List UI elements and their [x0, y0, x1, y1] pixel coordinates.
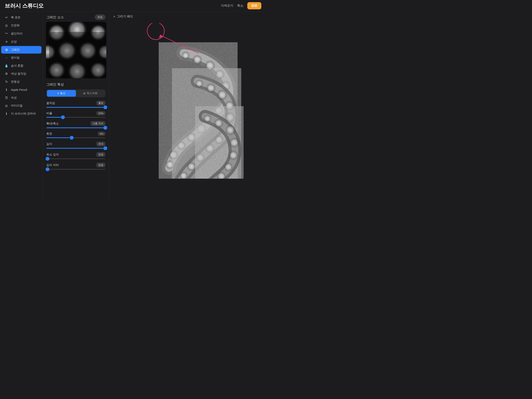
slider-row-5: 최소 깊이 없음	[46, 152, 105, 159]
slider-label-row-0: 움직임 롤링	[46, 101, 105, 105]
sidebar-label-dynamics: 변동성	[11, 80, 20, 84]
slider-thumb-4[interactable]	[103, 146, 107, 150]
app-title: 브러시 스튜디오	[5, 2, 44, 10]
sidebar-item-stroke-path[interactable]: ↩ 획 경로	[1, 14, 41, 21]
sidebar-label-stabilization: 안정화	[11, 24, 20, 27]
slider-thumb-6[interactable]	[45, 167, 50, 171]
drawing-pad-canvas[interactable]	[109, 21, 266, 200]
slider-label-6: 깊이 지터	[46, 163, 59, 167]
sidebar-label-wet-mix: 습식 혼합	[11, 64, 23, 68]
slider-track-5[interactable]	[46, 158, 105, 159]
slider-thumb-1[interactable]	[61, 115, 65, 119]
grain-source-title: 그레인 소스	[46, 15, 64, 19]
slider-track-2[interactable]	[46, 127, 105, 128]
cancel-button[interactable]: 취소	[237, 4, 243, 8]
slider-row-3: 회전 0%	[46, 132, 105, 138]
svg-point-31	[225, 101, 235, 111]
svg-rect-11	[46, 22, 106, 78]
svg-point-37	[187, 162, 196, 171]
slider-track-0[interactable]	[46, 107, 105, 108]
sidebar-icon-color-dynamics: ⚙	[4, 72, 9, 76]
sidebar-icon-rendering: ⟋	[4, 56, 9, 60]
grain-toggle-group: ≡ 동선 ⊞ 텍스처화	[46, 90, 105, 97]
slider-thumb-3[interactable]	[70, 136, 74, 140]
slider-row-2: 확대/축소 크롬 처리	[46, 121, 105, 128]
slider-value-6: 없음	[96, 163, 105, 167]
svg-point-41	[225, 124, 236, 135]
sidebar-icon-grain: ⊞	[4, 48, 9, 52]
sidebar-item-properties[interactable]: ☰ 속성	[1, 94, 41, 102]
sidebar-item-rendering[interactable]: ⟋ 렌더링	[1, 54, 41, 62]
sidebar-label-properties: 속성	[11, 96, 17, 100]
edit-button[interactable]: 편집	[95, 14, 105, 20]
sidebar-label-color-dynamics: 색상 움직임	[11, 72, 26, 76]
slider-thumb-0[interactable]	[103, 105, 107, 109]
slider-thumb-2[interactable]	[103, 126, 107, 130]
sidebar-item-stabilization[interactable]: ◎ 안정화	[1, 22, 41, 29]
done-button[interactable]: 완료	[247, 2, 261, 9]
slider-row-4: 깊이 최대	[46, 142, 105, 149]
brush-stroke-preview	[129, 42, 246, 179]
slider-label-row-5: 최소 깊이 없음	[46, 152, 105, 157]
sidebar-item-about[interactable]: ℹ 이 브러시에 관하여	[1, 110, 41, 117]
grain-properties-title: 그레인 특성	[46, 82, 105, 87]
svg-point-17	[204, 60, 215, 71]
sidebar-icon-apple-pencil: ℹ	[4, 88, 9, 91]
sidebar-item-dynamics[interactable]: ↻ 변동성	[1, 78, 41, 85]
slider-row-6: 깊이 지터 없음	[46, 163, 105, 170]
toggle-moving[interactable]: ≡ 동선	[47, 90, 76, 97]
grain-properties: 그레인 특성 ≡ 동선 ⊞ 텍스처화 움직임 롤링	[43, 81, 109, 176]
sidebar-icon-shape: ✳	[4, 40, 9, 44]
slider-label-3: 회전	[46, 132, 52, 135]
svg-point-18	[215, 69, 225, 79]
svg-point-30	[217, 90, 228, 100]
moving-label: 동선	[60, 91, 65, 95]
texturized-icon: ⊞	[83, 92, 85, 95]
svg-point-12	[147, 23, 164, 39]
slider-fill-1	[46, 117, 63, 118]
slider-label-1: 비율	[46, 111, 52, 115]
slider-value-1: 25%	[96, 111, 105, 115]
import-button[interactable]: 가져오기	[221, 4, 233, 8]
slider-label-5: 최소 깊이	[46, 153, 59, 156]
sidebar-label-shape: 모양	[11, 40, 17, 44]
slider-label-row-1: 비율 25%	[46, 111, 105, 115]
slider-row-0: 움직임 롤링	[46, 101, 105, 108]
sidebar-item-material[interactable]: ◎ 머티리얼	[1, 102, 41, 109]
drawing-pad-icon: ↗	[113, 15, 115, 18]
sidebar: ↩ 획 경로 ◎ 안정화 〜 끝단처리 ✳ 모양 ⊞ 그레인 ⟋ 렌더링 💧 습…	[0, 12, 43, 200]
svg-point-34	[214, 135, 224, 144]
drawing-pad-label: 그리기 패드	[117, 14, 133, 19]
slider-track-6[interactable]	[46, 169, 105, 170]
sidebar-item-shape[interactable]: ✳ 모양	[1, 38, 41, 45]
grain-pattern-svg	[46, 22, 106, 78]
slider-label-row-3: 회전 0%	[46, 132, 105, 136]
sliders-container: 움직임 롤링 비율 25% 확대/축소 크롬 처리	[46, 101, 105, 170]
slider-thumb-5[interactable]	[45, 157, 50, 161]
toggle-texturized[interactable]: ⊞ 텍스처화	[76, 90, 105, 97]
sidebar-item-grain[interactable]: ⊞ 그레인	[1, 46, 41, 54]
drawing-header: ↗ 그리기 패드	[109, 12, 266, 21]
svg-point-39	[203, 114, 212, 123]
svg-point-25	[177, 141, 186, 150]
sidebar-item-wet-mix[interactable]: 💧 습식 혼합	[1, 62, 41, 70]
slider-label-row-4: 깊이 최대	[46, 142, 105, 146]
grain-source-header: 그레인 소스 편집	[43, 12, 109, 22]
sidebar-item-tip[interactable]: 〜 끝단처리	[1, 30, 41, 38]
sidebar-icon-material: ◎	[4, 104, 9, 108]
svg-point-29	[206, 83, 216, 93]
sidebar-item-color-dynamics[interactable]: ⚙ 색상 움직임	[1, 70, 41, 77]
sidebar-icon-about: ℹ	[4, 112, 9, 116]
sidebar-item-apple-pencil[interactable]: ℹ Apple Pencil	[1, 86, 41, 94]
sidebar-label-grain: 그레인	[11, 48, 20, 52]
slider-track-3[interactable]	[46, 137, 105, 138]
slider-track-1[interactable]	[46, 117, 105, 118]
svg-point-36	[195, 153, 205, 162]
slider-label-2: 확대/축소	[46, 122, 59, 125]
slider-value-5: 없음	[96, 152, 105, 157]
sidebar-icon-properties: ☰	[4, 96, 9, 100]
svg-point-40	[214, 118, 223, 128]
sidebar-icon-tip: 〜	[4, 32, 9, 36]
sidebar-label-rendering: 렌더링	[11, 56, 20, 60]
slider-track-4[interactable]	[46, 148, 105, 149]
